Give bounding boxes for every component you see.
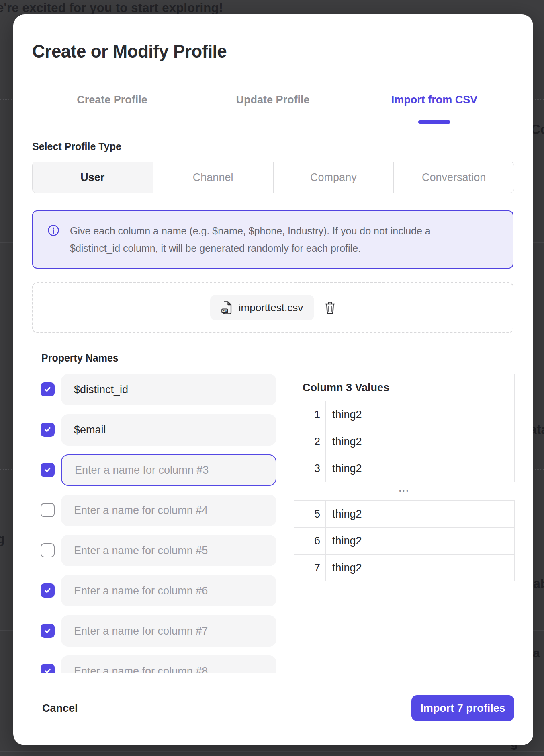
column-8-name-input[interactable] (61, 655, 276, 673)
column-6-checkbox[interactable] (41, 583, 55, 598)
create-or-modify-profile-dialog: Create or Modify Profile Create Profile … (13, 14, 533, 745)
profile-type-company[interactable]: Company (273, 162, 394, 193)
column-5-checkbox[interactable] (41, 543, 55, 557)
row-number-cell: 2 (294, 428, 326, 455)
profile-type-user[interactable]: User (33, 162, 153, 193)
column-8-checkbox[interactable] (41, 664, 55, 673)
background-gridline (0, 751, 544, 752)
column-6-name-input[interactable] (61, 575, 276, 606)
cancel-button[interactable]: Cancel (42, 702, 78, 715)
column-7-name-input[interactable] (61, 615, 276, 647)
tab-update-profile[interactable]: Update Profile (236, 94, 309, 106)
profile-type-conversation[interactable]: Conversation (393, 162, 514, 193)
table-row: 2 thing2 (294, 428, 514, 455)
property-row (13, 655, 294, 673)
table-row: 6 thing2 (294, 528, 514, 555)
column-5-name-input[interactable] (61, 535, 276, 566)
column-3-checkbox[interactable] (41, 463, 55, 477)
values-table-header: Column 3 Values (294, 374, 514, 401)
property-row (13, 414, 294, 446)
column-2-name-input[interactable] (61, 414, 276, 446)
column-7-checkbox[interactable] (41, 624, 55, 638)
info-icon (47, 224, 59, 238)
column-4-checkbox[interactable] (41, 503, 55, 517)
active-tab-underline (418, 120, 450, 124)
screen: e're excited for you to start exploring!… (0, 0, 544, 756)
csv-dropzone[interactable]: csv importtest.csv (32, 282, 513, 333)
tab-create-profile[interactable]: Create Profile (77, 94, 147, 106)
background-text-fragment: g (0, 532, 5, 546)
profile-type-segmented-control: User Channel Company Conversation (32, 162, 514, 193)
value-cell: thing2 (326, 501, 514, 527)
column-values-preview: Column 3 Values 1 thing2 2 thing2 3 thin… (294, 374, 515, 581)
property-row (13, 454, 294, 486)
row-number-cell: 7 (294, 555, 326, 581)
trash-icon (325, 301, 335, 314)
property-row (13, 535, 294, 566)
column-1-checkbox[interactable] (41, 382, 55, 396)
value-cell: thing2 (326, 428, 514, 455)
value-cell: thing2 (326, 555, 514, 581)
value-cell: thing2 (326, 528, 514, 554)
values-table-bottom: 5 thing2 6 thing2 7 thing2 (294, 500, 515, 581)
uploaded-filename: importtest.csv (239, 302, 303, 314)
row-number-cell: 1 (294, 401, 326, 428)
values-table-top: Column 3 Values 1 thing2 2 thing2 3 thin… (294, 374, 515, 482)
column-4-name-input[interactable] (61, 495, 276, 526)
column-2-checkbox[interactable] (41, 423, 55, 437)
property-row (13, 615, 294, 647)
property-row (13, 495, 294, 526)
property-names-heading: Property Names (41, 352, 119, 364)
table-row: 5 thing2 (294, 501, 514, 528)
svg-text:csv: csv (223, 309, 227, 313)
remove-file-button[interactable] (325, 301, 335, 314)
column-1-name-input[interactable] (61, 374, 276, 405)
row-number-cell: 3 (294, 455, 326, 482)
tab-import-from-csv[interactable]: Import from CSV (391, 94, 478, 106)
property-rows-list (13, 374, 294, 673)
csv-file-icon: csv (221, 301, 232, 314)
row-number-cell: 5 (294, 501, 326, 527)
row-number-cell: 6 (294, 528, 326, 554)
background-banner-text: e're excited for you to start exploring! (0, 1, 223, 15)
table-row: 3 thing2 (294, 455, 514, 482)
column-3-name-input[interactable] (62, 455, 276, 485)
rows-ellipsis: ••• (294, 482, 515, 500)
column-naming-info-banner: Give each column a name (e.g. $name, $ph… (32, 210, 513, 269)
background-text-fragment: a (533, 646, 540, 661)
select-profile-type-label: Select Profile Type (32, 141, 121, 152)
value-cell: thing2 (326, 401, 514, 428)
property-row (13, 575, 294, 606)
uploaded-file-chip: csv importtest.csv (210, 295, 314, 320)
info-banner-text: Give each column a name (e.g. $name, $ph… (70, 222, 431, 257)
value-cell: thing2 (326, 455, 514, 482)
dialog-title: Create or Modify Profile (32, 40, 227, 63)
property-row (13, 374, 294, 405)
import-profiles-button[interactable]: Import 7 profiles (411, 695, 514, 721)
table-row: 1 thing2 (294, 401, 514, 428)
table-row: 7 thing2 (294, 555, 514, 581)
profile-type-channel[interactable]: Channel (153, 162, 273, 193)
